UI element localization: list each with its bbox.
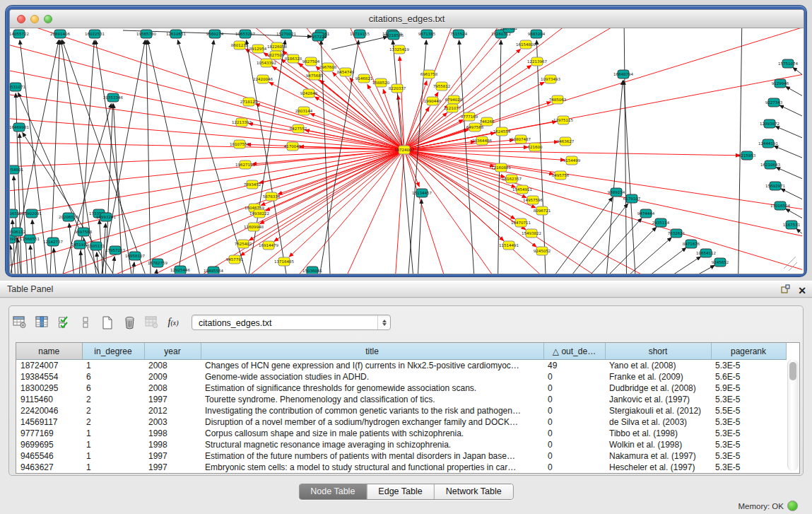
graph-node[interactable]: 9129946: [772, 79, 789, 88]
graph-node[interactable]: 12975115: [553, 116, 573, 124]
graph-node[interactable]: 8220337: [389, 84, 406, 93]
graph-node[interactable]: 12925446: [170, 266, 190, 274]
graph-node[interactable]: 9245652: [712, 258, 729, 267]
graph-node[interactable]: 9457791: [226, 255, 244, 264]
graph-node[interactable]: 9671385: [418, 30, 436, 38]
graph-node[interactable]: 10807487: [511, 135, 531, 144]
tab-network-table[interactable]: Network Table: [435, 484, 513, 499]
graph-node[interactable]: 10470711: [511, 218, 531, 227]
graph-node[interactable]: 10654112: [696, 249, 716, 257]
graph-node[interactable]: 1588520: [372, 78, 390, 87]
column-header-year[interactable]: year: [144, 343, 201, 360]
graph-node[interactable]: 9154499: [563, 156, 581, 165]
delete-column-icon[interactable]: [143, 315, 159, 330]
graph-node[interactable]: 12213393: [232, 118, 252, 127]
table-row[interactable]: 946554611997Estimation of the future num…: [16, 450, 786, 462]
graph-node[interactable]: 9560274: [206, 30, 224, 38]
graph-node[interactable]: 2935114: [652, 218, 670, 227]
graph-node[interactable]: 8912954: [249, 45, 267, 53]
graph-node[interactable]: 8471676: [683, 240, 700, 248]
graph-node[interactable]: 1505131: [88, 242, 105, 250]
table-row[interactable]: 1456911722003Disruption of a novel membe…: [16, 416, 786, 428]
graph-node[interactable]: 8186328: [285, 54, 302, 63]
graph-node[interactable]: 9827504: [302, 57, 320, 66]
graph-node[interactable]: 8096721: [534, 206, 551, 215]
table-scrollbar[interactable]: [787, 359, 799, 471]
clear-selection-icon[interactable]: [78, 315, 93, 330]
graph-node[interactable]: 22420046: [253, 75, 273, 83]
graph-node[interactable]: 25206510: [10, 209, 22, 218]
graph-node[interactable]: 1167531: [783, 221, 801, 229]
graph-node[interactable]: 1451912: [71, 240, 89, 249]
graph-node[interactable]: 7515524: [450, 30, 468, 38]
graph-node[interactable]: 19627151: [235, 160, 255, 169]
graph-node[interactable]: 9883204: [528, 30, 546, 38]
graph-node[interactable]: 2718120: [240, 98, 258, 106]
table-row[interactable]: 977716911998Corpus callosum shape and si…: [16, 428, 786, 439]
float-panel-icon[interactable]: [780, 284, 791, 297]
graph-node[interactable]: 15270021: [276, 30, 296, 38]
tab-edge-table[interactable]: Edge Table: [367, 484, 434, 499]
graph-node[interactable]: 9474444: [637, 209, 655, 218]
graph-node[interactable]: 16162357: [502, 175, 522, 183]
delete-table-icon[interactable]: [122, 315, 137, 330]
graph-node[interactable]: 9475685: [306, 71, 324, 80]
graph-node[interactable]: 20353346: [103, 93, 123, 102]
graph-node[interactable]: 12142737: [43, 238, 63, 246]
graph-node[interactable]: 9463627: [557, 137, 575, 146]
graph-node[interactable]: 17016504: [770, 201, 790, 210]
graph-node[interactable]: 11514491: [499, 241, 519, 250]
column-header-title[interactable]: title: [201, 343, 543, 360]
graph-node[interactable]: 9146821: [355, 74, 373, 83]
graph-node[interactable]: 15036041: [302, 267, 322, 274]
graph-node[interactable]: 15751074: [778, 59, 798, 68]
table-row[interactable]: 1872400712008Changes of HCN gene express…: [16, 360, 786, 372]
graph-node[interactable]: 10543392: [257, 59, 276, 67]
show-columns-icon[interactable]: [34, 315, 49, 330]
graph-node[interactable]: 17957253: [105, 246, 125, 255]
column-header-out_de[interactable]: △ out_de…: [543, 343, 605, 360]
graph-node[interactable]: 20206536: [59, 213, 78, 221]
graph-node[interactable]: 11609948: [244, 223, 264, 231]
graph-node[interactable]: 15493822: [522, 229, 541, 238]
function-builder-icon[interactable]: f(x): [165, 315, 181, 330]
graph-node[interactable]: 8601233: [231, 41, 249, 49]
graph-node[interactable]: 8427552: [290, 124, 307, 133]
table-scrollbar-thumb[interactable]: [789, 362, 796, 380]
graph-node[interactable]: 6961758: [420, 70, 438, 78]
graph-node[interactable]: 12610651: [166, 30, 186, 38]
column-header-name[interactable]: name: [16, 343, 82, 360]
graph-node[interactable]: 1624554: [493, 127, 511, 136]
graph-node[interactable]: 16154808: [516, 40, 536, 49]
table-row[interactable]: 946362711997Embryonic stem cells: a mode…: [16, 462, 786, 473]
graph-node[interactable]: 16469981: [10, 123, 29, 132]
network-window-titlebar[interactable]: citations_edges.txt: [10, 10, 804, 28]
graph-node[interactable]: 8215953: [739, 151, 756, 160]
graph-node[interactable]: 18226058: [267, 42, 287, 51]
table-row[interactable]: 1938455462009Genome-wide association stu…: [16, 371, 786, 382]
table-row[interactable]: 911546021997Tourette syndrome. Phenomeno…: [16, 394, 786, 405]
graph-node[interactable]: 10719155: [350, 30, 370, 38]
graph-node[interactable]: 3506112: [10, 228, 25, 236]
graph-node[interactable]: 11568551: [20, 235, 40, 243]
graph-node[interactable]: 7625402: [235, 240, 252, 248]
table-row[interactable]: 1830029562008Estimation of significance …: [16, 382, 786, 394]
column-header-pagerank[interactable]: pagerank: [711, 343, 786, 360]
graph-node[interactable]: 9697588: [75, 228, 93, 236]
graph-node[interactable]: 9827509: [267, 51, 285, 59]
graph-node[interactable]: 13716485: [274, 257, 294, 266]
graph-node[interactable]: 4170041: [284, 142, 302, 151]
graph-node[interactable]: 7632621: [668, 229, 686, 238]
graph-node[interactable]: 7893452: [244, 180, 261, 189]
graph-node[interactable]: 13325419: [389, 45, 409, 54]
graph-node[interactable]: 9777169: [461, 112, 478, 121]
table-settings-icon[interactable]: [12, 315, 28, 330]
graph-node[interactable]: 20891406: [50, 30, 70, 38]
graph-node[interactable]: 20531071: [10, 83, 25, 91]
graph-node[interactable]: 5878334: [263, 192, 281, 201]
graph-node[interactable]: 2803144: [295, 107, 313, 115]
graph-node[interactable]: 12213967: [527, 57, 547, 66]
column-header-short[interactable]: short: [605, 343, 711, 360]
network-canvas[interactable]: 1872400714055722208914061602253119565780…: [10, 28, 804, 274]
graph-node[interactable]: 15692971: [765, 182, 785, 190]
